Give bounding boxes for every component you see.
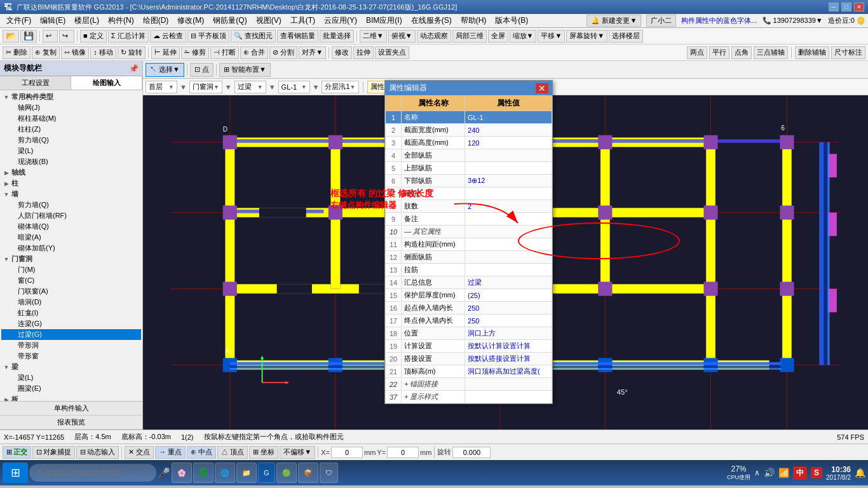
- tree-item-masonry-wall[interactable]: 砌体墙(Q): [1, 221, 141, 232]
- tree-item-column[interactable]: 柱柱(Z): [1, 124, 141, 135]
- coord-button[interactable]: ⊞ 坐标: [249, 446, 278, 459]
- view-selector[interactable]: 门窗洞 ▼: [189, 81, 222, 93]
- property-row-37[interactable]: 37+ 显示样式: [386, 391, 552, 403]
- save-button[interactable]: 💾: [20, 30, 37, 43]
- property-value[interactable]: 120: [465, 137, 552, 149]
- property-row-5[interactable]: 5上部纵筋: [386, 162, 552, 175]
- dimension-button[interactable]: 尺寸标注: [831, 46, 865, 59]
- network-icon[interactable]: 📶: [778, 468, 789, 478]
- property-row-11[interactable]: 11构造柱间距(mm): [386, 238, 552, 251]
- tree-item-coupling-beam[interactable]: 连梁(G): [1, 318, 141, 329]
- select-floor-button[interactable]: 选择楼层: [609, 30, 643, 43]
- property-row-15[interactable]: 15保护层厚度(mm)(25): [386, 289, 552, 302]
- y-input[interactable]: [387, 447, 419, 458]
- taskbar-app-gdlda[interactable]: G: [258, 463, 275, 483]
- property-value[interactable]: 洞口上方: [465, 327, 552, 340]
- pan-button[interactable]: 平移▼: [538, 30, 565, 43]
- tree-item-beam-l[interactable]: 梁(L): [1, 372, 141, 383]
- microphone-icon[interactable]: 🎤: [158, 467, 170, 479]
- property-row-17[interactable]: 17终点伸入墙内长250: [386, 315, 552, 327]
- property-value[interactable]: [465, 187, 552, 200]
- break-button[interactable]: ⊣ 打断: [210, 46, 239, 59]
- extend-button[interactable]: ⊢ 延伸: [151, 46, 180, 59]
- local-3d-button[interactable]: 局部三维: [452, 30, 487, 43]
- tree-item-masonry-rebar[interactable]: 砌体加筋(Y): [1, 243, 141, 254]
- split-button[interactable]: ⊘ 分割: [269, 46, 297, 59]
- stretch-button[interactable]: 拉伸: [353, 46, 374, 59]
- sidebar-pin-icon[interactable]: 📌: [129, 64, 139, 73]
- tree-node-doorwin-cat[interactable]: ▼ 门窗洞: [1, 254, 141, 264]
- dynamic-input-button[interactable]: ⊟ 动态输入: [76, 446, 119, 459]
- merge-button[interactable]: ⊕ 合并: [240, 46, 268, 59]
- property-row-13[interactable]: 13拉筋: [386, 264, 552, 276]
- tree-item-axis[interactable]: 轴网(J): [1, 102, 141, 113]
- property-value[interactable]: 按默认计算设置计算: [465, 340, 552, 353]
- canvas-area[interactable]: ↖ 选择▼ ⊡ 点 ⊞ 智能布置▼ 首层 ▼ ▼ 门窗洞 ▼ ▼ 过梁 ▼ ▼: [143, 61, 868, 430]
- menu-tools[interactable]: 工具(T): [287, 14, 319, 27]
- tree-item-airdef-wall[interactable]: 人防门框墙(RF): [1, 210, 141, 221]
- menu-file[interactable]: 文件(F): [3, 14, 35, 27]
- new-change-button[interactable]: 🔔 新建变更▼: [587, 15, 641, 27]
- mirror-button[interactable]: ⇿ 镜像: [61, 46, 89, 59]
- single-element-input-button[interactable]: 单构件输入: [0, 402, 142, 416]
- up-arrow-icon[interactable]: ∧: [754, 468, 760, 477]
- define-button[interactable]: ■ 定义: [80, 30, 107, 43]
- taskbar-app-g[interactable]: G: [193, 463, 214, 483]
- tree-item-slab[interactable]: 现浇板(B): [1, 156, 141, 167]
- delete-button[interactable]: ✂ 删除: [3, 46, 31, 59]
- property-row-3[interactable]: 3截面高度(mm)120: [386, 137, 552, 149]
- property-row-22[interactable]: 22+ 锚固搭接: [386, 378, 552, 391]
- start-button[interactable]: ⊞: [3, 463, 28, 483]
- copy-button[interactable]: ⊕ 复制: [32, 46, 60, 59]
- property-row-7[interactable]: 7箍筋: [386, 187, 552, 200]
- delete-axis-button[interactable]: 删除辅轴: [795, 46, 829, 59]
- taskbar-app-green[interactable]: 🟢: [276, 463, 297, 483]
- endpoint-button[interactable]: → 重点: [155, 446, 186, 459]
- menu-modify[interactable]: 修改(M): [173, 14, 208, 27]
- property-row-16[interactable]: 16起点伸入墙内长250: [386, 302, 552, 315]
- taskbar-app-shield[interactable]: 🛡: [320, 463, 338, 483]
- tree-node-slab-cat[interactable]: ▶ 板: [1, 394, 141, 401]
- clock[interactable]: 10:36 2017/8/2: [826, 465, 851, 481]
- property-value[interactable]: [465, 378, 552, 391]
- menu-rebar[interactable]: 钢筋量(Q): [209, 14, 250, 27]
- property-value[interactable]: 250: [465, 302, 552, 315]
- redo-button[interactable]: ↪: [59, 30, 74, 43]
- open-button[interactable]: 📂: [3, 30, 19, 43]
- menu-help[interactable]: 帮助(H): [457, 14, 491, 27]
- tree-node-column-cat[interactable]: ▶ 柱: [1, 178, 141, 189]
- point-tool-button[interactable]: ⊡ 点: [190, 63, 214, 77]
- menu-view[interactable]: 视图(V): [252, 14, 285, 27]
- property-value[interactable]: (25): [465, 289, 552, 302]
- menu-cloud[interactable]: 云应用(Y): [320, 14, 361, 27]
- 2d-view-button[interactable]: 二维▼: [360, 30, 387, 43]
- tree-item-niche[interactable]: 虹龛(I): [1, 308, 141, 318]
- property-value[interactable]: 3⊕12: [465, 175, 552, 187]
- tree-item-shearwall[interactable]: 剪力墙(Q): [1, 135, 141, 146]
- property-value[interactable]: 240: [465, 124, 552, 137]
- property-row-6[interactable]: 6下部纵筋3⊕12: [386, 175, 552, 187]
- two-point-button[interactable]: 两点: [687, 46, 707, 59]
- tree-item-wall-hole[interactable]: 墙洞(D): [1, 297, 141, 308]
- grip-button[interactable]: 设置夹点: [375, 46, 409, 59]
- undo-button[interactable]: ↩: [43, 30, 58, 43]
- menu-edit[interactable]: 编辑(E): [36, 14, 69, 27]
- align-top-button[interactable]: ⊟ 平齐板顶: [187, 30, 229, 43]
- property-value[interactable]: [465, 213, 552, 226]
- fullscreen-button[interactable]: 全屏: [488, 30, 508, 43]
- property-row-10[interactable]: 10— 其它属性: [386, 226, 552, 238]
- menu-draw[interactable]: 绘图(D): [139, 14, 173, 27]
- cloud-check-button[interactable]: ☁ 云检查: [150, 30, 186, 43]
- calc-button[interactable]: Σ 汇总计算: [108, 30, 149, 43]
- property-row-4[interactable]: 4全部纵筋: [386, 149, 552, 162]
- layer-selector[interactable]: 分层汛1 ▼: [322, 81, 358, 93]
- properties-close-button[interactable]: ✕: [536, 83, 548, 93]
- tree-node-axis-cat[interactable]: ▶ 轴线: [1, 167, 141, 178]
- top-view-button[interactable]: 俯视▼: [388, 30, 416, 43]
- taskbar-app-folder[interactable]: 📁: [236, 463, 257, 483]
- tree-item-foundation[interactable]: 框柱基础(M): [1, 113, 141, 124]
- midpoint-button[interactable]: ⊕ 中点: [187, 446, 216, 459]
- ime-indicator[interactable]: 中: [793, 466, 807, 480]
- taskbar-app-edge[interactable]: 🌐: [215, 463, 235, 483]
- tree-item-hidden-beam[interactable]: 暗梁(A): [1, 232, 141, 243]
